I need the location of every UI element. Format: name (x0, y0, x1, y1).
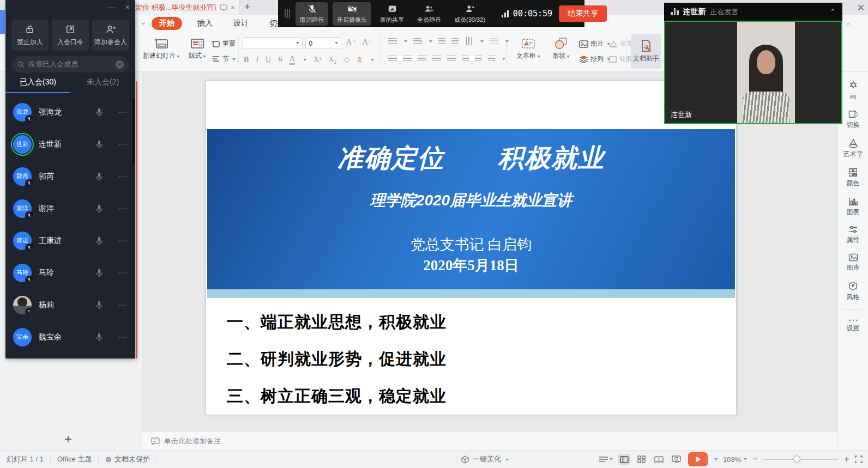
grow-font-button[interactable]: A⁺ (346, 37, 357, 47)
zoom-in-button[interactable]: + (844, 454, 849, 465)
notes-bar[interactable]: 单击此处添加备注 (142, 431, 837, 450)
strikethrough-button[interactable]: S (278, 56, 282, 64)
forbid-join-button[interactable]: 禁止加人 (11, 20, 49, 51)
mic-icon[interactable] (94, 172, 104, 181)
slide-canvas[interactable]: 准确定位 积极就业 理学院2020届毕业生就业宣讲 党总支书记 白启钧 2020… (206, 81, 737, 415)
protection-status[interactable]: 文档未保护 (114, 454, 150, 464)
ribbon-tab-design[interactable]: 设计 (228, 17, 254, 29)
ribbon-collapse-caret[interactable]: ^ (847, 22, 849, 28)
participant-row[interactable]: 杨莉 ⋯ (5, 289, 135, 321)
end-share-button[interactable]: 结束共享 (559, 5, 607, 22)
more-options-icon[interactable]: ⋯ (118, 107, 128, 117)
layout-button[interactable]: 版式 (183, 36, 212, 60)
font-size-select[interactable]: 0 (305, 37, 341, 49)
toolbar-item-star[interactable]: 画 (838, 81, 868, 101)
toolbar-item-transition[interactable]: 切换 (838, 110, 868, 130)
speaker-video-window[interactable]: 连世新 正在发言 ⌃ 连世新 (664, 3, 842, 124)
toolbar-item-chart[interactable]: 图表 (838, 197, 868, 217)
meeting-passcode-button[interactable]: 入会口令 (52, 20, 89, 51)
ribbon-tab-home[interactable]: 开始 (152, 17, 182, 30)
font-name-select[interactable] (243, 37, 303, 49)
meeting-button-mic-muted[interactable]: 取消静音 (296, 2, 328, 26)
play-slideshow-button[interactable] (688, 452, 708, 466)
subscript-button[interactable]: X₂ (328, 56, 336, 64)
fit-to-window-icon[interactable] (855, 455, 863, 463)
zoom-slider[interactable] (763, 459, 839, 460)
drag-handle-icon[interactable] (285, 9, 290, 18)
new-slide-button[interactable]: 新建幻灯片 (141, 36, 182, 60)
paragraph-icons-row2[interactable] (388, 56, 505, 62)
tab-joined[interactable]: 已入会(30) (5, 77, 70, 93)
tab-not-joined[interactable]: 未入会(2) (70, 77, 135, 93)
meeting-button-camera-off[interactable]: 开启摄像头 (333, 2, 371, 26)
toolbar-item-dots[interactable]: 设置 (838, 319, 868, 333)
more-options-icon[interactable]: ⋯ (118, 172, 128, 181)
participant-row[interactable]: 康进 王康进 ⋯ (5, 224, 135, 257)
participant-list-scrollbar[interactable] (132, 98, 135, 163)
add-slide-button[interactable]: + (64, 431, 72, 447)
panel-minimize-icon[interactable]: — (107, 2, 115, 11)
reset-button[interactable]: 重置 (212, 39, 236, 48)
mic-icon[interactable] (94, 204, 104, 214)
arrange-button[interactable]: 排列 (579, 54, 610, 64)
mic-icon[interactable] (94, 300, 104, 310)
search-clear-icon[interactable]: ✕ (116, 60, 124, 69)
section-button[interactable]: 节 (212, 54, 236, 64)
mic-icon[interactable] (94, 236, 104, 246)
mic-icon[interactable] (94, 107, 104, 117)
meeting-button-mute-all[interactable]: 全员静音 (413, 2, 445, 26)
participant-row[interactable]: 世新 连世新 ⋯ (5, 128, 135, 160)
toolbar-item-style[interactable]: 风格 (838, 281, 868, 302)
more-options-icon[interactable]: ⋯ (118, 139, 128, 149)
reading-view-button[interactable] (653, 454, 665, 465)
add-participant-button[interactable]: 添加参会人 (92, 20, 129, 51)
font-color-button[interactable]: A (290, 54, 295, 65)
new-tab-button[interactable]: + (244, 1, 250, 13)
bold-button[interactable]: B (244, 56, 249, 64)
wps-close-icon[interactable]: ✕ (857, 2, 865, 14)
textbox-button[interactable]: A≡ 文本框 (511, 36, 545, 60)
more-options-icon[interactable]: ⋯ (118, 204, 128, 214)
toolbar-item-sliders[interactable]: 属性 (838, 226, 868, 245)
paragraph-icons-row1[interactable] (388, 38, 509, 44)
ribbon-tab-insert[interactable]: 插入 (192, 17, 218, 29)
video-window-header[interactable]: 连世新 正在发言 ⌃ (664, 3, 842, 21)
meeting-button-members[interactable]: 成员(30/32) (450, 2, 490, 26)
participant-search-input[interactable]: 搜索已入会成员 ✕ (11, 56, 129, 72)
toolbar-item-wordart[interactable]: 艺术字 (838, 138, 868, 159)
italic-button[interactable]: I (256, 56, 258, 64)
zoom-level-control[interactable]: 103% (723, 455, 747, 464)
participant-row[interactable]: 宝余 魏宝余 ⋯ (5, 321, 135, 353)
meeting-button-share-screen[interactable]: 新的共享 (376, 2, 408, 26)
participant-row[interactable]: 马玲 马玲 ⋯ (5, 257, 135, 289)
toolbar-item-gallery[interactable]: 图库 (838, 253, 868, 272)
mic-icon[interactable] (94, 332, 104, 342)
clear-format-icon[interactable]: ◇ (343, 55, 349, 64)
document-assistant-button[interactable]: 文档助手 (631, 34, 661, 69)
panel-close-icon[interactable]: × (125, 2, 130, 11)
more-options-icon[interactable]: ⋯ (118, 268, 128, 278)
toolbar-item-color-grid[interactable]: 颜色 (838, 168, 868, 188)
zoom-slider-thumb[interactable] (793, 455, 800, 463)
more-options-icon[interactable]: ⋯ (118, 300, 128, 310)
play-options-caret[interactable] (714, 458, 718, 460)
theme-name[interactable]: Office 主题 (57, 454, 92, 464)
shapes-button[interactable]: 形状 (548, 36, 574, 60)
one-click-beautify-button[interactable]: 一键美化 (461, 454, 509, 464)
zoom-out-button[interactable]: − (752, 454, 758, 465)
underline-button[interactable]: U (266, 56, 271, 64)
more-options-icon[interactable]: ⋯ (118, 236, 128, 246)
slideshow-view-button[interactable] (671, 454, 683, 465)
participant-row[interactable]: 郭芮 郭芮 ⋯ (5, 160, 135, 192)
slide-sorter-view-button[interactable] (636, 454, 648, 465)
wps-home-button-sliver[interactable] (0, 10, 5, 34)
picture-button[interactable]: 图片 (579, 39, 610, 48)
more-options-icon[interactable]: ⋯ (118, 332, 128, 342)
participant-row[interactable]: 谢洋 谢洋 ⋯ (5, 192, 135, 224)
pinyin-guide-button[interactable]: 文 (357, 56, 363, 64)
normal-view-button[interactable] (618, 454, 630, 465)
superscript-button[interactable]: X² (314, 56, 321, 64)
collapse-video-icon[interactable]: ⌃ (830, 8, 836, 16)
ribbon-more-icon[interactable]: ⌄ (141, 19, 146, 26)
participant-row[interactable]: 海龙 张海龙 ⋯ (5, 96, 135, 128)
